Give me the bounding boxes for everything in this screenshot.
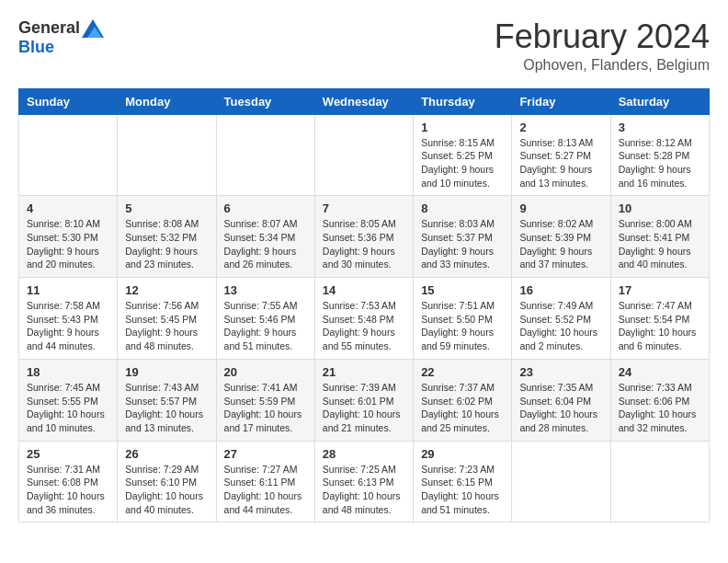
calendar-cell: 9Sunrise: 8:02 AMSunset: 5:39 PMDaylight… <box>512 196 610 278</box>
day-number: 1 <box>421 121 504 134</box>
day-number: 5 <box>125 201 208 215</box>
day-number: 2 <box>519 121 602 134</box>
day-number: 28 <box>323 447 405 461</box>
calendar-cell <box>216 114 314 196</box>
calendar-cell: 8Sunrise: 8:03 AMSunset: 5:37 PMDaylight… <box>414 196 512 278</box>
day-number: 14 <box>323 283 405 297</box>
calendar-cell: 25Sunrise: 7:31 AMSunset: 6:08 PMDayligh… <box>19 441 118 523</box>
day-number: 22 <box>421 365 504 379</box>
calendar-cell <box>19 114 118 196</box>
calendar-cell: 23Sunrise: 7:35 AMSunset: 6:04 PMDayligh… <box>512 359 610 441</box>
day-number: 4 <box>27 201 109 215</box>
weekday-header-monday: Monday <box>118 88 216 114</box>
weekday-header-tuesday: Tuesday <box>216 88 314 114</box>
weekday-header-sunday: Sunday <box>19 88 118 114</box>
calendar-cell: 10Sunrise: 8:00 AMSunset: 5:41 PMDayligh… <box>610 196 709 278</box>
day-number: 16 <box>519 283 602 297</box>
day-number: 19 <box>125 365 208 379</box>
page-header: General Blue February 2024 Ophoven, Flan… <box>18 18 710 74</box>
day-number: 3 <box>619 121 701 134</box>
calendar-cell: 29Sunrise: 7:23 AMSunset: 6:15 PMDayligh… <box>414 441 512 523</box>
location-subtitle: Ophoven, Flanders, Belgium <box>495 57 710 74</box>
day-number: 23 <box>519 365 602 379</box>
day-info: Sunrise: 8:10 AMSunset: 5:30 PMDaylight:… <box>27 217 109 271</box>
logo-icon <box>82 19 104 38</box>
calendar-cell: 19Sunrise: 7:43 AMSunset: 5:57 PMDayligh… <box>118 359 216 441</box>
calendar-cell: 7Sunrise: 8:05 AMSunset: 5:36 PMDaylight… <box>314 196 413 278</box>
day-info: Sunrise: 7:45 AMSunset: 5:55 PMDaylight:… <box>27 381 109 435</box>
day-number: 25 <box>27 447 109 461</box>
day-number: 17 <box>619 283 701 297</box>
day-info: Sunrise: 7:27 AMSunset: 6:11 PMDaylight:… <box>224 463 307 517</box>
day-info: Sunrise: 8:03 AMSunset: 5:37 PMDaylight:… <box>421 217 504 271</box>
calendar-cell: 21Sunrise: 7:39 AMSunset: 6:01 PMDayligh… <box>314 359 413 441</box>
day-info: Sunrise: 8:05 AMSunset: 5:36 PMDaylight:… <box>323 217 405 271</box>
weekday-header-wednesday: Wednesday <box>314 88 413 114</box>
day-info: Sunrise: 7:47 AMSunset: 5:54 PMDaylight:… <box>619 299 701 353</box>
logo-blue-text: Blue <box>18 38 54 56</box>
day-number: 8 <box>421 201 504 215</box>
calendar-cell: 20Sunrise: 7:41 AMSunset: 5:59 PMDayligh… <box>216 359 314 441</box>
calendar-cell: 14Sunrise: 7:53 AMSunset: 5:48 PMDayligh… <box>314 278 413 360</box>
month-year-title: February 2024 <box>495 18 710 55</box>
calendar-cell: 24Sunrise: 7:33 AMSunset: 6:06 PMDayligh… <box>610 359 709 441</box>
day-info: Sunrise: 8:13 AMSunset: 5:27 PMDaylight:… <box>519 136 602 190</box>
calendar-cell: 2Sunrise: 8:13 AMSunset: 5:27 PMDaylight… <box>512 114 610 196</box>
day-number: 7 <box>323 201 405 215</box>
day-info: Sunrise: 7:41 AMSunset: 5:59 PMDaylight:… <box>224 381 307 435</box>
day-number: 27 <box>224 447 307 461</box>
calendar-cell: 15Sunrise: 7:51 AMSunset: 5:50 PMDayligh… <box>414 278 512 360</box>
day-info: Sunrise: 7:33 AMSunset: 6:06 PMDaylight:… <box>619 381 701 435</box>
day-info: Sunrise: 8:12 AMSunset: 5:28 PMDaylight:… <box>619 136 701 190</box>
calendar-cell: 3Sunrise: 8:12 AMSunset: 5:28 PMDaylight… <box>610 114 709 196</box>
weekday-header-friday: Friday <box>512 88 610 114</box>
calendar-week-row: 25Sunrise: 7:31 AMSunset: 6:08 PMDayligh… <box>19 441 710 523</box>
calendar-week-row: 4Sunrise: 8:10 AMSunset: 5:30 PMDaylight… <box>19 196 710 278</box>
day-info: Sunrise: 7:58 AMSunset: 5:43 PMDaylight:… <box>27 299 109 353</box>
day-info: Sunrise: 7:56 AMSunset: 5:45 PMDaylight:… <box>125 299 208 353</box>
day-number: 15 <box>421 283 504 297</box>
day-info: Sunrise: 7:31 AMSunset: 6:08 PMDaylight:… <box>27 463 109 517</box>
calendar-table: SundayMondayTuesdayWednesdayThursdayFrid… <box>18 88 710 523</box>
day-number: 29 <box>421 447 504 461</box>
calendar-cell: 18Sunrise: 7:45 AMSunset: 5:55 PMDayligh… <box>19 359 118 441</box>
calendar-cell: 5Sunrise: 8:08 AMSunset: 5:32 PMDaylight… <box>118 196 216 278</box>
day-number: 26 <box>125 447 208 461</box>
day-number: 24 <box>619 365 701 379</box>
calendar-header-row: SundayMondayTuesdayWednesdayThursdayFrid… <box>19 88 710 114</box>
calendar-cell: 13Sunrise: 7:55 AMSunset: 5:46 PMDayligh… <box>216 278 314 360</box>
day-info: Sunrise: 8:00 AMSunset: 5:41 PMDaylight:… <box>619 217 701 271</box>
calendar-cell: 6Sunrise: 8:07 AMSunset: 5:34 PMDaylight… <box>216 196 314 278</box>
day-info: Sunrise: 7:37 AMSunset: 6:02 PMDaylight:… <box>421 381 504 435</box>
weekday-header-thursday: Thursday <box>414 88 512 114</box>
day-number: 9 <box>519 201 602 215</box>
calendar-week-row: 11Sunrise: 7:58 AMSunset: 5:43 PMDayligh… <box>19 278 710 360</box>
day-number: 11 <box>27 283 109 297</box>
calendar-cell: 12Sunrise: 7:56 AMSunset: 5:45 PMDayligh… <box>118 278 216 360</box>
day-info: Sunrise: 8:02 AMSunset: 5:39 PMDaylight:… <box>519 217 602 271</box>
day-number: 12 <box>125 283 208 297</box>
calendar-week-row: 18Sunrise: 7:45 AMSunset: 5:55 PMDayligh… <box>19 359 710 441</box>
day-number: 20 <box>224 365 307 379</box>
calendar-cell: 26Sunrise: 7:29 AMSunset: 6:10 PMDayligh… <box>118 441 216 523</box>
day-number: 10 <box>619 201 701 215</box>
day-info: Sunrise: 7:35 AMSunset: 6:04 PMDaylight:… <box>519 381 602 435</box>
calendar-cell <box>314 114 413 196</box>
day-info: Sunrise: 7:55 AMSunset: 5:46 PMDaylight:… <box>224 299 307 353</box>
day-info: Sunrise: 7:39 AMSunset: 6:01 PMDaylight:… <box>323 381 405 435</box>
day-info: Sunrise: 7:25 AMSunset: 6:13 PMDaylight:… <box>323 463 405 517</box>
calendar-cell: 1Sunrise: 8:15 AMSunset: 5:25 PMDaylight… <box>414 114 512 196</box>
title-section: February 2024 Ophoven, Flanders, Belgium <box>495 18 710 74</box>
calendar-cell: 4Sunrise: 8:10 AMSunset: 5:30 PMDaylight… <box>19 196 118 278</box>
calendar-cell: 27Sunrise: 7:27 AMSunset: 6:11 PMDayligh… <box>216 441 314 523</box>
day-info: Sunrise: 7:23 AMSunset: 6:15 PMDaylight:… <box>421 463 504 517</box>
calendar-cell: 17Sunrise: 7:47 AMSunset: 5:54 PMDayligh… <box>610 278 709 360</box>
day-number: 21 <box>323 365 405 379</box>
calendar-cell: 22Sunrise: 7:37 AMSunset: 6:02 PMDayligh… <box>414 359 512 441</box>
logo: General Blue <box>18 18 104 57</box>
day-number: 6 <box>224 201 307 215</box>
calendar-cell: 11Sunrise: 7:58 AMSunset: 5:43 PMDayligh… <box>19 278 118 360</box>
day-info: Sunrise: 7:53 AMSunset: 5:48 PMDaylight:… <box>323 299 405 353</box>
calendar-cell: 28Sunrise: 7:25 AMSunset: 6:13 PMDayligh… <box>314 441 413 523</box>
calendar-week-row: 1Sunrise: 8:15 AMSunset: 5:25 PMDaylight… <box>19 114 710 196</box>
